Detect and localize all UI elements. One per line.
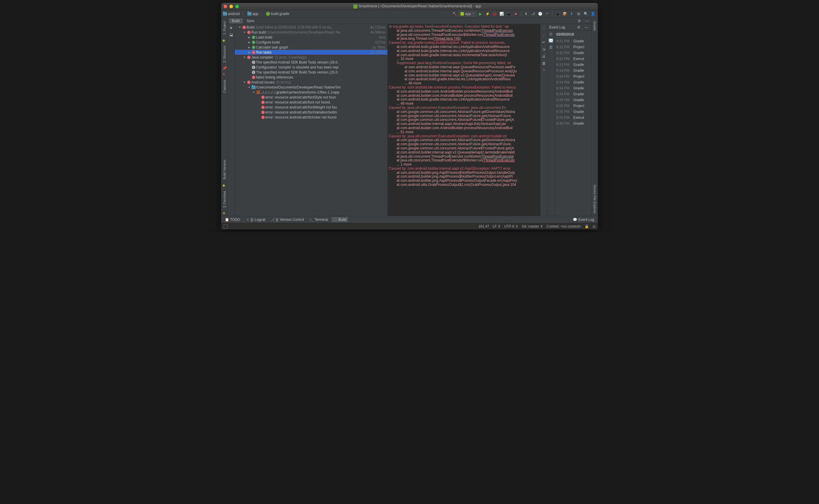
pin-icon[interactable]: 📌 (222, 66, 226, 70)
line-separator[interactable]: LF ⇕ (493, 224, 501, 228)
tree-toggle-icon[interactable]: ▶ (247, 41, 251, 44)
event-log-row[interactable]: 9:34 PMGradle (556, 91, 590, 97)
hide-panel-icon[interactable]: — (584, 18, 590, 24)
file-encoding[interactable]: UTF-8 ⇕ (504, 224, 518, 228)
event-log-row[interactable]: 9:35 PMProject (556, 103, 590, 109)
memory-indicator[interactable]: ◎ (593, 224, 596, 228)
apply-changes-button[interactable]: ⚡ (484, 11, 491, 17)
git-pull-button[interactable]: ⬇ (523, 11, 529, 17)
tool-windows-toggle[interactable] (223, 224, 228, 228)
bottom-tab[interactable]: 📋TODO (223, 217, 242, 222)
build-tree-row[interactable]: !error: resource android:attr/fontStyle … (235, 95, 387, 100)
build-tree-row[interactable]: !error: resource android:attr/fontWeight… (235, 105, 387, 110)
event-log-row[interactable]: 9:35 PMExecut (556, 115, 590, 121)
build-tree-row[interactable]: ▶✓Calculate task graph1s 76ms (235, 45, 387, 50)
log-link[interactable]: ThreadPoolExecuto (482, 29, 513, 33)
bottom-tab[interactable]: ⎇9: Version Control (269, 217, 306, 222)
build-tree-row[interactable]: iConfiguration 'compile' is obsolete and… (235, 65, 387, 70)
run-button[interactable]: ▶ (477, 11, 484, 17)
git-branch[interactable]: Git: master ⇕ (522, 224, 543, 228)
balloon-icon[interactable]: 💬 (548, 38, 553, 43)
event-log-row[interactable]: 9:34 PMProject (556, 74, 590, 79)
project-structure-button[interactable]: ⊞ (576, 11, 582, 17)
scroll-down-icon[interactable]: ↓ (541, 32, 547, 38)
caret-position[interactable]: 161:47 (478, 224, 489, 228)
git-push-button[interactable]: ⎇ (530, 11, 536, 17)
collapse-all-icon[interactable]: ⬓ (228, 32, 234, 37)
event-log-row[interactable]: 9:33 PMGradle (556, 62, 590, 68)
tree-toggle-icon[interactable]: ▶ (247, 51, 251, 54)
build-project-button[interactable]: 🔨 (451, 11, 458, 17)
build-tree-row[interactable]: !error: resource android:attr/font not f… (235, 100, 387, 105)
context-indicator[interactable]: Context: <no context> (547, 224, 581, 228)
build-tree-row[interactable]: ▶!Run tasks3s 374ms (235, 50, 387, 55)
maximize-window-button[interactable] (235, 5, 239, 8)
clear-all-icon[interactable]: 🗑 (541, 61, 547, 66)
sync-tab[interactable]: Sync (244, 18, 258, 24)
scroll-up-icon[interactable]: ↑ (541, 25, 547, 31)
log-link[interactable]: ThreadPoolExecuto (484, 33, 515, 37)
build-tree-row[interactable]: !failed linking references. (235, 75, 387, 80)
log-link[interactable]: ThreadPoolExecuto (484, 158, 515, 162)
tool-tab-structure[interactable]: 2: Structure (222, 44, 227, 65)
breadcrumb-item[interactable]: android (223, 12, 240, 16)
close-window-button[interactable] (223, 5, 227, 8)
sync-project-button[interactable]: ⬇ (568, 11, 575, 17)
build-tree-row[interactable]: ▼../../../../../.gradle/caches/transform… (235, 90, 387, 95)
build-tree-row[interactable]: ▼!Android issues: (5 errors) (235, 80, 387, 85)
tree-toggle-icon[interactable]: ▼ (252, 91, 256, 94)
event-log-list[interactable]: 02/05/20189:31 PMGradle9:32 PMProject9:3… (555, 31, 591, 216)
event-log-row[interactable]: 9:35 PMGradle (556, 97, 590, 103)
build-tree-row[interactable]: ▼!Run build /Users/rexlow/Documents/Deve… (235, 30, 387, 35)
event-log-row[interactable]: 9:36 PMGradle (556, 121, 590, 126)
event-log-row[interactable]: 9:34 PMGradle (556, 68, 590, 74)
clear-icon[interactable]: 🗑 (549, 45, 553, 49)
build-tree-row[interactable]: iThe specified Android SDK Build Tools v… (235, 70, 387, 75)
git-history-button[interactable]: 🕐 (537, 11, 543, 17)
build-tab[interactable]: Build (229, 18, 243, 24)
debug-button[interactable]: 🐞 (491, 11, 498, 17)
print-icon[interactable]: 🖨 (541, 54, 547, 59)
build-tree-row[interactable]: ▼!Java compiler: (1 error, 3 warnings) (235, 55, 387, 60)
event-log-row[interactable]: 9:32 PMProject (556, 44, 590, 50)
tool-tab-captures[interactable]: Captures (222, 77, 227, 95)
tool-tab-project[interactable]: 1: Project (222, 19, 227, 37)
stop-button[interactable]: ■ (513, 11, 519, 17)
breadcrumb-item[interactable]: build.gradle (266, 12, 289, 16)
settings-icon[interactable]: ⚙ (576, 24, 582, 31)
tool-tab-build-variants[interactable]: Build Variants (222, 157, 227, 182)
sdk-manager-button[interactable]: 📦 (561, 11, 568, 17)
profile-button[interactable]: 📊 (498, 11, 505, 17)
bottom-tab[interactable]: >_Terminal (307, 217, 329, 222)
tree-toggle-icon[interactable]: ▼ (242, 81, 246, 84)
build-tree-row[interactable]: ▼/Users/rexlow/Documents/Developer/React… (235, 85, 387, 90)
expand-all-icon[interactable]: ▼ (228, 25, 234, 31)
event-log-row[interactable]: 9:34 PMGradle (556, 85, 590, 91)
event-log-button[interactable]: 💬Event Log (571, 217, 596, 222)
event-log-row[interactable]: 9:34 PMGradle (556, 79, 590, 85)
scroll-to-end-icon[interactable]: ⇲ (541, 46, 547, 52)
avd-manager-button[interactable]: 📱 (554, 11, 561, 17)
tool-tab-gradle[interactable]: Gradle (593, 19, 597, 33)
build-tree-row[interactable]: !error: resource android:attr/ttcIndex n… (235, 115, 387, 120)
event-log-row[interactable]: 9:31 PMGradle (556, 38, 590, 44)
attach-debugger-button[interactable]: 📱 (506, 11, 512, 17)
lock-icon[interactable]: 🔒 (585, 224, 589, 228)
hide-panel-icon[interactable]: — (583, 24, 590, 31)
tree-toggle-icon[interactable]: ▼ (242, 31, 246, 34)
log-output[interactable]: ⊞ org.gradle.api.tasks.TaskExecutionExce… (388, 24, 541, 216)
breadcrumb-item[interactable]: app (247, 12, 258, 16)
build-tree-row[interactable]: !error: resource android:attr/fontVariat… (235, 110, 387, 115)
run-config-selector[interactable]: app ▼ (458, 11, 477, 17)
soft-wrap-icon[interactable]: ↩ (541, 39, 547, 45)
tree-toggle-icon[interactable]: ▼ (242, 56, 246, 59)
build-tree-row[interactable]: ▶✓Load build3ms (235, 35, 387, 40)
tool-tab-device-file-explorer[interactable]: Device File Explorer (593, 182, 597, 216)
settings-icon[interactable]: ⚙ (576, 18, 583, 24)
search-everywhere-button[interactable]: 🔍 (583, 11, 589, 17)
tree-toggle-icon[interactable]: ▼ (247, 86, 251, 89)
log-link[interactable]: Thread.java:745 (434, 36, 460, 41)
bottom-tab[interactable]: ≡6: Logcat (243, 217, 267, 222)
build-tree-row[interactable]: ▼!Build: build failed at 02/05/2018, 9:3… (235, 25, 387, 30)
log-link[interactable]: ThreadPoolExecutor (482, 154, 514, 158)
